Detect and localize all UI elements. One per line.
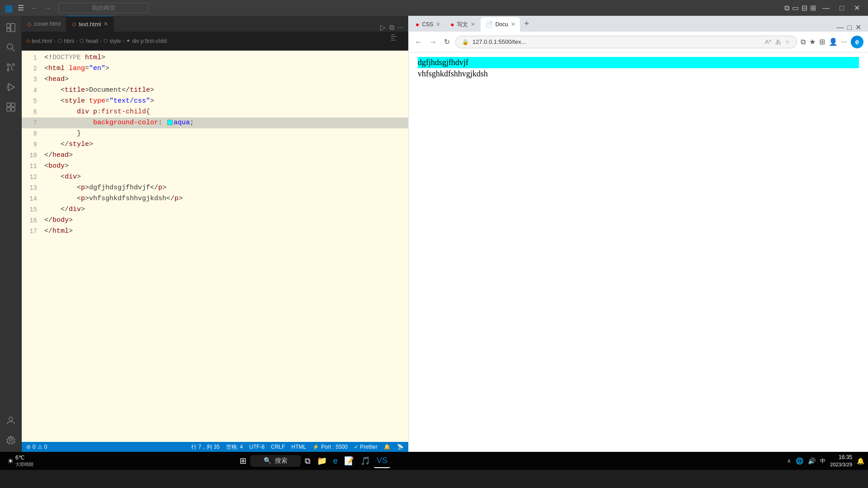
browser-tab-writing-close[interactable]: ✕ (471, 21, 475, 28)
tab-cover-html[interactable]: ◇ cover.html (22, 16, 66, 32)
browser-close-button[interactable]: ✕ (855, 23, 861, 32)
network-icon[interactable]: 🌐 (796, 457, 803, 465)
tab-text-html[interactable]: ◇ text.html ✕ (66, 16, 114, 32)
time-display[interactable]: 16:35 2023/3/29 (830, 454, 852, 468)
notifications-icon[interactable]: 🔔 (384, 444, 391, 450)
remote-icon[interactable]: 📡 (397, 444, 404, 450)
tab-close-button[interactable]: ✕ (104, 21, 108, 27)
split-browser-button[interactable]: ⧉ (801, 38, 806, 46)
svg-rect-20 (391, 36, 396, 37)
new-tab-button[interactable]: + (521, 19, 533, 28)
breadcrumb-html[interactable]: ⬡ html (57, 38, 74, 44)
language-mode[interactable]: HTML (292, 444, 307, 450)
customize-layout-icon[interactable]: ⊞ (810, 4, 816, 12)
live-server-icon: ⚡ (312, 444, 319, 450)
encoding[interactable]: UTF-8 (249, 444, 264, 450)
breadcrumb-head[interactable]: ⬡ head (80, 38, 98, 44)
browser-forward-button[interactable]: → (428, 37, 439, 47)
cursor-position[interactable]: 行 7，列 35 (191, 443, 220, 451)
accounts-icon[interactable] (3, 412, 19, 428)
breadcrumb-style[interactable]: ⬡ style (104, 38, 121, 44)
favorites-button[interactable]: ★ (809, 38, 816, 46)
split-editor-button[interactable]: ⧉ (389, 23, 394, 32)
forward-button[interactable]: → (42, 4, 54, 13)
weather-icon: ☀ (7, 457, 14, 465)
browser-profile-button[interactable]: 👤 (829, 38, 838, 46)
vscode-titlebar: ▦ ☰ ← → ⧉ ▭ ⊟ ⊞ — □ ✕ (0, 0, 868, 16)
notification-center-button[interactable]: 🔔 (857, 457, 864, 465)
volume-icon[interactable]: 🔊 (808, 457, 816, 465)
code-line-12: 12 <div> (22, 172, 408, 183)
browser-maximize-button[interactable]: □ (847, 23, 852, 32)
svg-point-17 (9, 417, 13, 421)
browser-tabs: ● CSS ✕ ● 写文 ✕ 📄 Docu ✕ + — □ (409, 16, 868, 32)
minimap-icon[interactable] (390, 33, 404, 48)
close-button[interactable]: ✕ (850, 4, 863, 12)
favorites-icon: ☆ (785, 38, 790, 45)
file-explorer-button[interactable]: 📁 (314, 454, 330, 468)
minimize-button[interactable]: — (819, 4, 833, 12)
search-button[interactable]: 🔍 搜索 (250, 455, 301, 467)
windows-taskbar: ☀ 6℃ 大部晴朗 ⊞ 🔍 搜索 ⧉ 📁 e 📝 🎵 VS ∧ 🌐 🔊 (0, 452, 868, 470)
breadcrumb-style-icon: ⬡ (104, 38, 108, 44)
browser-tab-doc-close[interactable]: ✕ (511, 21, 515, 28)
svg-rect-15 (7, 108, 10, 111)
prettier-status[interactable]: ✓ Prettier (354, 444, 377, 450)
breadcrumb-file[interactable]: ◇ text.html (26, 38, 52, 44)
maximize-button[interactable]: □ (836, 4, 848, 12)
line-ending[interactable]: CRLF (271, 444, 285, 450)
browser-back-button[interactable]: ← (413, 37, 424, 47)
start-menu-button[interactable]: ⊞ (237, 454, 249, 468)
browser-tab-writing-icon: ● (450, 21, 454, 28)
run-debug-icon[interactable] (3, 79, 19, 95)
layout2-icon[interactable]: ⊟ (802, 4, 807, 12)
svg-rect-14 (11, 103, 15, 107)
extensions-icon[interactable] (3, 99, 19, 115)
taskbar-chevron-up-icon[interactable]: ∧ (787, 458, 791, 464)
browser-refresh-button[interactable]: ↻ (442, 37, 452, 47)
back-button[interactable]: ← (28, 4, 40, 13)
code-editor[interactable]: 1 <!DOCTYPE html> 2 <html lang="en"> 3 <… (22, 51, 408, 442)
windows-media-button[interactable]: 🎵 (358, 454, 373, 468)
command-search-input[interactable] (58, 3, 149, 13)
weather-widget[interactable]: ☀ 6℃ 大部晴朗 (4, 455, 37, 468)
task-view-button[interactable]: ⧉ (302, 455, 313, 468)
layout-icon[interactable]: ▭ (792, 4, 799, 12)
code-line-1: 1 <!DOCTYPE html> (22, 52, 408, 63)
browser-tab-doc[interactable]: 📄 Docu ✕ (481, 17, 520, 32)
split-editor-icon[interactable]: ⧉ (784, 4, 789, 12)
live-server-port[interactable]: ⚡ Port : 5500 (312, 444, 348, 450)
source-control-icon[interactable] (3, 59, 19, 75)
settings-icon[interactable] (3, 432, 19, 448)
browser-content: dgfjhdsgjfhdvjf vhfsghkdfshhvgjkdsh (409, 52, 868, 452)
svg-rect-19 (391, 34, 395, 35)
code-line-8: 8 } (22, 128, 408, 139)
tab-html-icon: ◇ (27, 21, 31, 27)
code-line-2: 2 <html lang="en"> (22, 63, 408, 74)
ime-icon[interactable]: 中 (820, 457, 826, 465)
tab-text-label: text.html (79, 21, 101, 28)
browser-more-button[interactable]: ··· (841, 38, 847, 46)
hamburger-menu-icon[interactable]: ☰ (18, 4, 24, 12)
browser-tab-css[interactable]: ● CSS ✕ (411, 17, 445, 32)
code-line-5: 5 <style type="text/css"> (22, 96, 408, 107)
svg-point-7 (7, 69, 9, 71)
vscode-taskbar-button[interactable]: VS (374, 454, 390, 468)
explorer-icon[interactable] (3, 19, 19, 36)
search-icon[interactable] (3, 39, 19, 56)
breadcrumb-selector[interactable]: ✦ div p:first-child (126, 38, 167, 44)
browser-tab-writing[interactable]: ● 写文 ✕ (446, 17, 479, 32)
collections-button[interactable]: ⊞ (819, 38, 825, 46)
svg-rect-1 (7, 28, 10, 32)
indentation[interactable]: 空格: 4 (226, 443, 243, 451)
browser-tab-css-close[interactable]: ✕ (436, 21, 440, 28)
warning-icon: ⚠ (38, 444, 42, 450)
address-bar[interactable]: 🔒 127.0.0.1:5500/tex... Aᴬ あ ☆ (455, 36, 797, 48)
more-actions-button[interactable]: ··· (398, 23, 404, 32)
run-button[interactable]: ▷ (380, 23, 386, 32)
address-text: 127.0.0.1:5500/tex... (472, 38, 761, 45)
edge-browser-taskbar[interactable]: e (330, 455, 340, 468)
browser-minimize-button[interactable]: — (836, 23, 844, 32)
notepad-button[interactable]: 📝 (341, 454, 357, 468)
error-count[interactable]: ⊘ 0 ⚠ 0 (26, 444, 47, 450)
